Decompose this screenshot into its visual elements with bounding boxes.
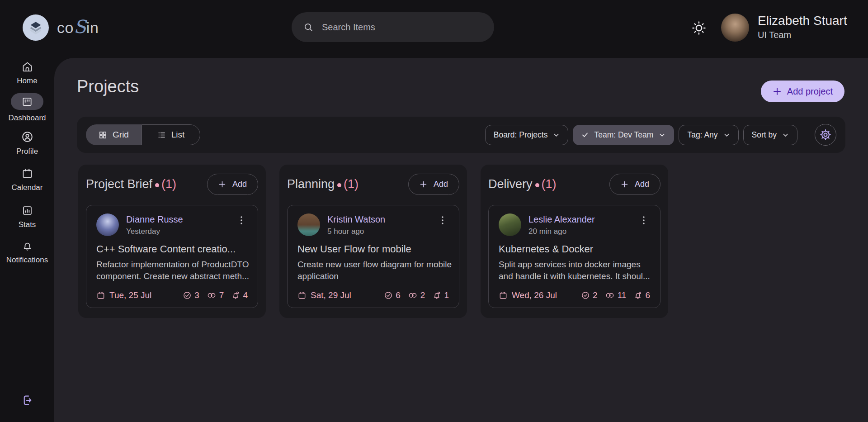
grid-view-button[interactable]: Grid (86, 124, 142, 145)
filter-tag[interactable]: Tag: Any (679, 125, 738, 145)
home-icon (21, 61, 33, 73)
sidebar-item-home[interactable]: Home (0, 61, 54, 85)
column-header: Delivery (1) Add (488, 174, 660, 195)
column-count: (1) (542, 177, 557, 191)
kebab-menu-icon[interactable] (637, 213, 650, 227)
grid-label: Grid (113, 130, 129, 140)
add-card-button[interactable]: Add (408, 174, 459, 195)
list-view-button[interactable]: List (142, 124, 200, 145)
calendar-icon (499, 291, 508, 300)
link-icon (605, 291, 615, 300)
add-project-button[interactable]: Add project (761, 81, 844, 102)
view-toggle: Grid List (86, 124, 200, 145)
alerts-stat: 6 (633, 290, 650, 300)
filter-board[interactable]: Board: Projects (485, 125, 569, 145)
card-author-avatar (96, 213, 119, 236)
column-count: (1) (161, 177, 176, 191)
filter-board-label: Board: Projects (494, 130, 548, 140)
search-input[interactable] (322, 22, 476, 33)
card-author-name: Leslie Alexander (528, 214, 595, 225)
chevron-down-icon (553, 132, 560, 138)
chevron-down-icon (723, 132, 730, 138)
sidebar-item-profile[interactable]: Profile (0, 130, 54, 156)
layers-icon (23, 14, 49, 41)
card-due-date: Wed, 26 Jul (499, 290, 557, 300)
sidebar-item-stats[interactable]: Stats (0, 204, 54, 229)
chevron-down-icon (659, 132, 665, 138)
filter-sort-label: Sort by (752, 130, 777, 140)
project-card[interactable]: Dianne Russe Yesterday C++ Software Cont… (86, 205, 258, 308)
check-icon (581, 131, 589, 138)
search-bar[interactable] (292, 12, 494, 42)
card-header: Kristin Watson 5 hour ago (297, 213, 449, 236)
active-pill (11, 93, 43, 110)
card-description: Refactor implementation of ProductDTO co… (96, 259, 252, 282)
sidebar-item-dashboard[interactable]: Dashboard (0, 93, 54, 123)
column-title: Project Brief (86, 177, 161, 191)
page-title: Projects (77, 77, 139, 96)
bell-badge-icon (432, 291, 441, 300)
project-card[interactable]: Leslie Alexander 20 min ago Kubernetes &… (488, 205, 660, 308)
sidebar: Home Dashboard Profile (0, 58, 54, 422)
add-card-label: Add (232, 180, 247, 189)
card-author-avatar (499, 213, 521, 236)
card-author: Leslie Alexander 20 min ago (528, 213, 595, 236)
project-card[interactable]: Kristin Watson 5 hour ago New User Flow … (287, 205, 459, 308)
brand-name: coSin (57, 19, 99, 37)
user-team: UI Team (758, 30, 847, 40)
card-timestamp: 5 hour ago (327, 227, 385, 236)
card-header: Dianne Russe Yesterday (96, 213, 248, 236)
card-author-name: Dianne Russe (126, 214, 183, 225)
column-title: Planning (287, 177, 344, 191)
sidebar-label: Notifications (6, 256, 48, 265)
sidebar-label: Dashboard (8, 114, 46, 123)
card-stats: 2 11 6 (581, 290, 650, 300)
main-panel: Projects Add project Grid (54, 58, 868, 422)
alerts-stat: 1 (432, 290, 449, 300)
sidebar-item-calendar[interactable]: Calendar (0, 167, 54, 192)
add-card-button[interactable]: Add (609, 174, 660, 195)
filter-team[interactable]: Team: Dev Team (573, 125, 674, 145)
chevron-down-icon (782, 132, 789, 138)
card-timestamp: Yesterday (126, 227, 183, 236)
column-header: Planning (1) Add (287, 174, 459, 195)
calendar-icon (96, 291, 105, 300)
settings-gear-icon[interactable] (815, 124, 836, 146)
check-circle-icon (581, 291, 590, 300)
links-stat: 7 (207, 290, 224, 300)
count-dot (535, 183, 539, 187)
card-author: Kristin Watson 5 hour ago (327, 213, 385, 236)
sidebar-item-notifications[interactable]: Notifications (0, 240, 54, 265)
check-circle-icon (384, 291, 393, 300)
plus-icon (218, 180, 226, 188)
card-stats: 3 7 4 (183, 290, 248, 300)
card-due-date: Sat, 29 Jul (297, 290, 351, 300)
theme-toggle-sun-icon[interactable] (690, 19, 708, 37)
link-icon (408, 291, 418, 300)
column-planning: Planning (1) Add Kristin Watson 5 hour a… (279, 165, 467, 318)
bell-badge-icon (231, 291, 240, 300)
kebab-menu-icon[interactable] (235, 213, 248, 227)
plus-icon (621, 180, 628, 188)
brand-logo[interactable]: coSin (23, 14, 99, 41)
kebab-menu-icon[interactable] (436, 213, 449, 227)
card-title: Kubernetes & Docker (499, 243, 650, 255)
add-project-label: Add project (787, 86, 833, 97)
sidebar-label: Calendar (12, 183, 43, 192)
column-count: (1) (344, 177, 359, 191)
user-name: Elizabeth Stuart (758, 14, 847, 28)
calendar-icon (297, 291, 307, 300)
card-footer: Tue, 25 Jul 3 7 4 (96, 290, 248, 300)
card-description: Split app services into docker images an… (499, 259, 655, 282)
logout-icon[interactable] (18, 391, 36, 409)
column-project-brief: Project Brief (1) Add Dianne Russe Yeste… (78, 165, 266, 318)
user-avatar[interactable] (721, 14, 749, 42)
card-title: New User Flow for mobile (297, 243, 449, 255)
add-card-button[interactable]: Add (207, 174, 258, 195)
bell-icon (21, 240, 33, 252)
link-icon (207, 291, 217, 300)
filter-sort[interactable]: Sort by (743, 125, 797, 145)
card-stats: 6 2 1 (384, 290, 449, 300)
add-card-label: Add (635, 180, 649, 189)
sidebar-label: Stats (19, 220, 36, 229)
